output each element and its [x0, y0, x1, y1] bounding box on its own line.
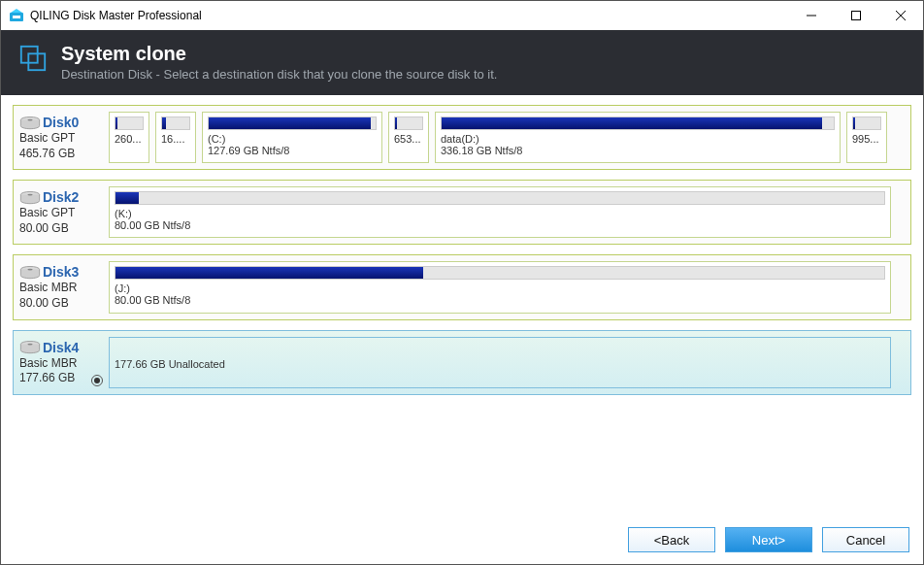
disk-name: Disk3: [43, 264, 79, 280]
svg-point-12: [27, 194, 32, 196]
maximize-button[interactable]: [834, 1, 878, 30]
disk-size: 177.66 GB: [19, 371, 101, 386]
disk-row[interactable]: Disk3Basic MBR80.00 GB(J:)80.00 GB Ntfs/…: [13, 254, 911, 319]
svg-point-16: [27, 344, 32, 346]
partition[interactable]: data(D:)336.18 GB Ntfs/8: [435, 112, 841, 163]
partition-usage-bar: [394, 116, 423, 130]
partition-usage-bar: [441, 116, 835, 130]
disk-row[interactable]: Disk4Basic MBR177.66 GB177.66 GB Unalloc…: [13, 330, 911, 395]
disk-size: 465.76 GB: [19, 147, 101, 162]
partition-size: 16....: [161, 133, 190, 145]
partition[interactable]: (C:)127.69 GB Ntfs/8: [202, 112, 382, 163]
partition[interactable]: (K:)80.00 GB Ntfs/8: [109, 186, 891, 238]
app-logo-icon: [9, 8, 24, 23]
disk-info: Disk0Basic GPT465.76 GB: [16, 112, 103, 163]
partition-usage-bar: [115, 266, 885, 280]
svg-rect-2: [13, 16, 20, 18]
partition-list: 177.66 GB Unallocated: [109, 337, 905, 388]
partition-label: (J:): [115, 282, 885, 294]
partition[interactable]: 653...: [388, 112, 429, 163]
partition-size: 995...: [852, 133, 881, 145]
partition-list: 260...16....(C:)127.69 GB Ntfs/8653...da…: [109, 112, 905, 163]
partition-label: (K:): [115, 208, 885, 219]
partition-label: (C:): [208, 133, 377, 145]
disk-name: Disk4: [43, 340, 79, 355]
partition[interactable]: 260...: [109, 112, 149, 163]
partition-size: 653...: [394, 133, 423, 145]
partition-size: 80.00 GB Ntfs/8: [115, 294, 885, 306]
disk-type: Basic GPT: [19, 206, 101, 221]
partition[interactable]: 177.66 GB Unallocated: [109, 337, 891, 388]
disk-info: Disk2Basic GPT80.00 GB: [16, 186, 103, 238]
partition-usage-bar: [852, 116, 881, 130]
footer: <Back Next> Cancel: [1, 519, 923, 564]
partition[interactable]: 16....: [155, 112, 196, 163]
svg-point-14: [27, 269, 32, 271]
partition-list: (K:)80.00 GB Ntfs/8: [109, 186, 905, 238]
svg-point-10: [27, 118, 32, 120]
back-button[interactable]: <Back: [628, 527, 715, 552]
page-header: System clone Destination Disk - Select a…: [1, 30, 923, 95]
partition-size: 80.00 GB Ntfs/8: [115, 219, 885, 231]
window-title: QILING Disk Master Professional: [30, 9, 202, 22]
partition-list: (J:)80.00 GB Ntfs/8: [109, 261, 905, 313]
close-button[interactable]: [878, 1, 923, 30]
partition-usage-bar: [115, 191, 885, 205]
disk-radio[interactable]: [91, 375, 103, 386]
disk-row[interactable]: Disk0Basic GPT465.76 GB260...16....(C:)1…: [13, 105, 911, 170]
disk-type: Basic GPT: [19, 131, 101, 147]
partition-usage-bar: [115, 116, 144, 130]
disk-info: Disk3Basic MBR80.00 GB: [16, 261, 103, 313]
disk-type: Basic MBR: [19, 356, 101, 372]
disk-info: Disk4Basic MBR177.66 GB: [16, 337, 103, 388]
partition-usage-bar: [208, 116, 377, 130]
disk-size: 80.00 GB: [19, 296, 101, 312]
disk-type: Basic MBR: [19, 281, 101, 296]
partition-size: 177.66 GB Unallocated: [115, 358, 885, 370]
partition-usage-bar: [161, 116, 190, 130]
disk-name: Disk0: [43, 115, 79, 130]
disk-name: Disk2: [43, 189, 79, 205]
svg-rect-4: [852, 12, 861, 20]
clone-icon: [18, 44, 48, 73]
disk-size: 80.00 GB: [19, 221, 101, 237]
svg-marker-1: [11, 9, 22, 13]
next-button[interactable]: Next>: [725, 527, 812, 552]
minimize-button[interactable]: [789, 1, 834, 30]
partition[interactable]: (J:)80.00 GB Ntfs/8: [109, 261, 891, 313]
partition-size: 127.69 GB Ntfs/8: [208, 145, 377, 156]
partition[interactable]: 995...: [846, 112, 887, 163]
partition-size: 260...: [115, 133, 144, 145]
partition-label: data(D:): [441, 133, 835, 145]
page-subtitle: Destination Disk - Select a destination …: [61, 67, 497, 82]
partition-size: 336.18 GB Ntfs/8: [441, 145, 835, 156]
cancel-button[interactable]: Cancel: [822, 527, 909, 552]
page-title: System clone: [61, 42, 497, 65]
disk-row[interactable]: Disk2Basic GPT80.00 GB(K:)80.00 GB Ntfs/…: [13, 180, 911, 245]
titlebar: QILING Disk Master Professional: [1, 1, 923, 30]
disk-list: Disk0Basic GPT465.76 GB260...16....(C:)1…: [1, 95, 923, 519]
